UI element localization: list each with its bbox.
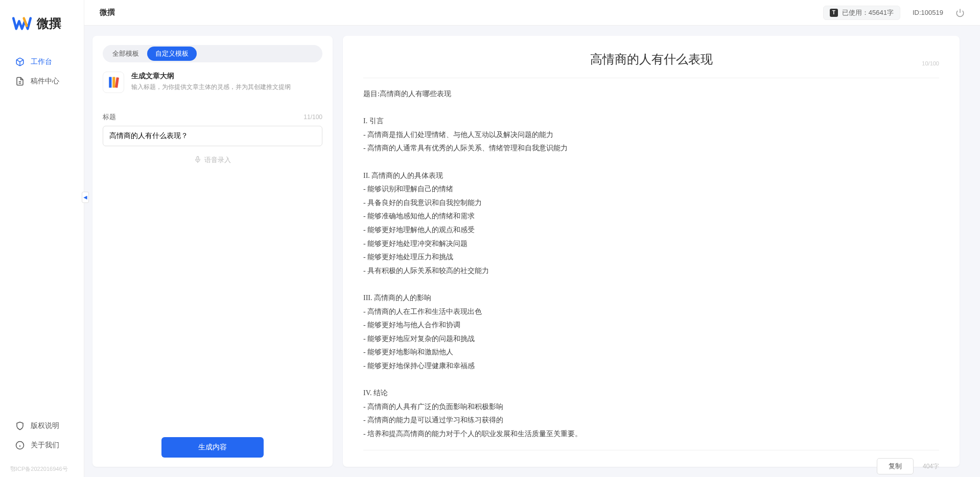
svg-rect-10 — [197, 156, 199, 160]
text-badge-icon: T — [830, 9, 838, 17]
usage-value: 45641字 — [869, 9, 894, 16]
template-icon — [103, 72, 124, 93]
logo: 微撰 — [0, 15, 84, 52]
input-panel: 全部模板 自定义模板 生成文章大纲 输入标题，为你提供文章主体的灵感，并为其创建… — [92, 36, 333, 467]
generate-button[interactable]: 生成内容 — [161, 437, 264, 458]
template-tabs: 全部模板 自定义模板 — [103, 45, 322, 62]
nav-label: 版权说明 — [31, 421, 59, 430]
output-word-count: 404字 — [923, 462, 939, 471]
template-desc: 输入标题，为你提供文章主体的灵感，并为其创建推文提纲 — [131, 83, 291, 92]
nav-copyright[interactable]: 版权说明 — [5, 416, 79, 436]
svg-rect-8 — [112, 77, 115, 88]
tab-all-templates[interactable]: 全部模板 — [104, 47, 147, 61]
title-char-count: 11/100 — [304, 113, 322, 121]
nav-drafts[interactable]: 稿件中心 — [5, 72, 79, 91]
cube-icon — [15, 57, 25, 66]
title-label: 标题 — [103, 112, 116, 122]
topbar: 微撰 T 已使用：45641字 ID:100519 — [84, 0, 980, 26]
voice-label: 语音录入 — [204, 155, 231, 165]
chevron-left-icon: ◄ — [82, 194, 88, 201]
file-icon — [15, 77, 25, 86]
tab-custom-templates[interactable]: 自定义模板 — [147, 47, 197, 61]
template-card: 生成文章大纲 输入标题，为你提供文章主体的灵感，并为其创建推文提纲 — [103, 72, 322, 102]
sidebar: 微撰 工作台 稿件中心 版权说明 关于我们 鄂ICP备2022016946号 — [0, 0, 84, 477]
logo-text: 微撰 — [37, 15, 61, 32]
output-panel: 高情商的人有什么表现 10/100 题目:高情商的人有哪些表现 I. 引言 - … — [343, 36, 960, 467]
copy-button[interactable]: 复制 — [877, 458, 914, 474]
sidebar-collapse[interactable]: ◄ — [82, 192, 89, 203]
app-title: 微撰 — [100, 8, 115, 17]
nav-about[interactable]: 关于我们 — [5, 436, 79, 455]
nav-label: 稿件中心 — [31, 77, 59, 86]
user-id: ID:100519 — [913, 9, 943, 16]
icp-text: 鄂ICP备2022016946号 — [0, 465, 84, 477]
sidebar-footer: 版权说明 关于我们 — [0, 416, 84, 465]
nav-label: 工作台 — [31, 57, 52, 66]
template-title: 生成文章大纲 — [131, 72, 291, 81]
topbar-right: T 已使用：45641字 ID:100519 — [823, 6, 965, 20]
power-icon[interactable] — [955, 8, 965, 17]
title-input[interactable] — [103, 126, 322, 146]
svg-rect-7 — [109, 77, 111, 88]
nav-label: 关于我们 — [31, 441, 59, 450]
output-footer: 复制 404字 — [363, 450, 939, 474]
nav-workbench[interactable]: 工作台 — [5, 52, 79, 72]
logo-icon — [12, 16, 32, 31]
shield-icon — [15, 421, 25, 430]
output-title-counter: 10/100 — [922, 60, 939, 66]
usage-pill[interactable]: T 已使用：45641字 — [823, 6, 900, 20]
output-header: 高情商的人有什么表现 10/100 — [363, 51, 939, 78]
voice-input-button[interactable]: 语音录入 — [103, 155, 322, 165]
sidebar-nav: 工作台 稿件中心 — [0, 52, 84, 416]
info-icon — [15, 441, 25, 450]
svg-rect-9 — [115, 77, 119, 88]
output-body: 题目:高情商的人有哪些表现 I. 引言 - 高情商是指人们处理情绪、与他人互动以… — [363, 78, 939, 450]
usage-prefix: 已使用： — [842, 9, 869, 16]
output-title: 高情商的人有什么表现 — [363, 51, 939, 67]
mic-icon — [194, 156, 201, 165]
